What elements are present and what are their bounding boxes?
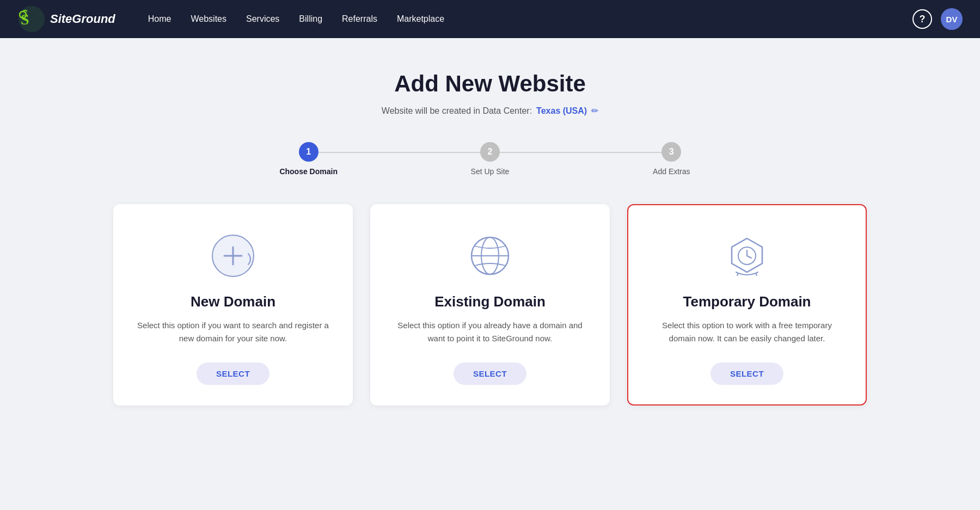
step-set-up-site: 2 Set Up Site (399, 142, 580, 176)
edit-icon[interactable]: ✏ (591, 106, 598, 116)
step-circle-3: 3 (661, 142, 681, 162)
temporary-domain-desc: Select this option to work with a free t… (650, 319, 844, 345)
navbar: S SiteGround Home Websites Services Bill… (0, 0, 980, 38)
existing-domain-desc: Select this option if you already have a… (393, 319, 587, 345)
step-label-1: Choose Domain (279, 167, 338, 176)
new-domain-desc: Select this option if you want to search… (136, 319, 330, 345)
nav-services[interactable]: Services (246, 12, 279, 26)
nav-websites[interactable]: Websites (191, 12, 226, 26)
page-title: Add New Website (394, 71, 586, 97)
nav-billing[interactable]: Billing (299, 12, 322, 26)
temporary-domain-select-button[interactable]: SELECT (710, 362, 783, 385)
temporary-domain-icon (722, 231, 771, 280)
nav-links: Home Websites Services Billing Referrals… (148, 12, 891, 26)
existing-domain-card[interactable]: Existing Domain Select this option if yo… (370, 204, 610, 405)
svg-text:S: S (21, 11, 29, 28)
datacenter-link[interactable]: Texas (USA) (536, 106, 587, 116)
step-label-3: Add Extras (653, 167, 690, 176)
new-domain-icon (209, 231, 258, 280)
new-domain-title: New Domain (191, 293, 275, 310)
logo-text: SiteGround (50, 12, 115, 26)
new-domain-card[interactable]: New Domain Select this option if you wan… (113, 204, 353, 405)
step-label-2: Set Up Site (471, 167, 510, 176)
help-button[interactable]: ? (912, 9, 932, 29)
siteground-logo-icon: S (17, 5, 46, 33)
step-add-extras: 3 Add Extras (581, 142, 762, 176)
logo[interactable]: S SiteGround (17, 5, 115, 33)
new-domain-select-button[interactable]: SELECT (197, 362, 270, 385)
user-avatar[interactable]: DV (941, 8, 963, 30)
cards-row: New Domain Select this option if you wan… (109, 204, 871, 405)
navbar-right: ? DV (912, 8, 963, 30)
nav-referrals[interactable]: Referrals (342, 12, 377, 26)
temporary-domain-title: Temporary Domain (683, 293, 811, 310)
subtitle: Website will be created in Data Center: … (382, 106, 598, 116)
temporary-domain-card[interactable]: Temporary Domain Select this option to w… (627, 204, 867, 405)
step-line-1 (309, 152, 490, 153)
main-content: Add New Website Website will be created … (0, 38, 980, 510)
existing-domain-select-button[interactable]: SELECT (454, 362, 526, 385)
step-choose-domain: 1 Choose Domain (218, 142, 399, 176)
step-circle-1: 1 (299, 142, 318, 162)
existing-domain-icon (465, 231, 514, 280)
step-line-2 (490, 152, 671, 153)
nav-marketplace[interactable]: Marketplace (397, 12, 444, 26)
step-circle-2: 2 (480, 142, 500, 162)
svg-line-11 (747, 256, 751, 258)
existing-domain-title: Existing Domain (434, 293, 546, 310)
nav-home[interactable]: Home (148, 12, 171, 26)
stepper: 1 Choose Domain 2 Set Up Site 3 Add Extr… (218, 142, 762, 176)
subtitle-prefix: Website will be created in Data Center: (382, 106, 532, 116)
